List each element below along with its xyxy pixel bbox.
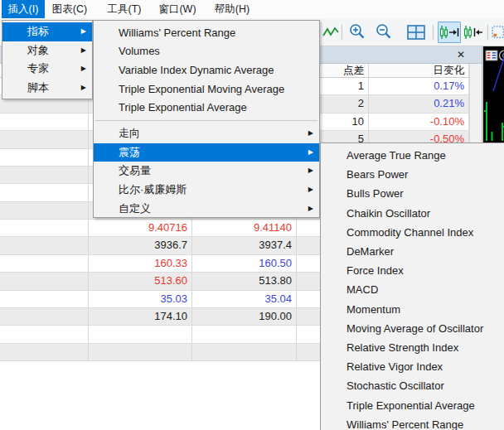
toolbar-separator <box>342 25 342 40</box>
menu-item-volumes-group[interactable]: 交易量▶ <box>94 162 319 181</box>
menubar-item-insert[interactable]: 插入(I) <box>2 0 45 18</box>
menu-item-oscillators[interactable]: 震荡▶ <box>94 143 319 162</box>
ask-cell: 9.41140 <box>192 220 297 236</box>
shift-chart-back-button[interactable] <box>462 22 485 43</box>
menu-item-momentum[interactable]: Momentum <box>321 300 504 319</box>
menu-item-custom[interactable]: 自定义▶ <box>94 199 319 218</box>
ask-cell: 35.04 <box>192 291 297 307</box>
toolbar-separator <box>433 25 434 40</box>
bid-cell: 160.33 <box>89 255 192 272</box>
close-icon[interactable]: ✕ <box>453 47 468 62</box>
menu-item-chaikin-oscillator[interactable]: Chaikin Oscillator <box>321 204 504 223</box>
menu-item-average-true-range[interactable]: Average True Range <box>321 146 504 165</box>
menu-item-volumes[interactable]: Volumes <box>94 42 319 61</box>
submenu-arrow-icon: ▶ <box>308 130 313 137</box>
zoom-in-icon[interactable] <box>346 23 368 41</box>
insert-menu: 指标▶ 对象▶ 专家▶ 脚本▶ <box>2 20 93 99</box>
menubar-item-help[interactable]: 帮助(H) <box>209 0 255 18</box>
menu-item-williams-percent-range-2[interactable]: Williams' Percent Range <box>321 415 504 430</box>
menu-item-triple-exponential-average[interactable]: Triple Exponential Average <box>321 395 504 414</box>
menu-item-stochastic-oscillator[interactable]: Stochastic Oscillator <box>321 376 504 395</box>
submenu-arrow-icon: ▶ <box>308 205 313 212</box>
ask-cell: 190.00 <box>192 308 297 325</box>
bid-cell: 35.03 <box>89 291 192 307</box>
menu-item-scripts[interactable]: 脚本▶ <box>2 79 92 98</box>
menu-item-indicators[interactable]: 指标▶ <box>2 22 92 41</box>
menu-item-trend[interactable]: 走向▶ <box>94 124 319 143</box>
menu-item-macd[interactable]: MACD <box>321 280 504 299</box>
menu-item-vida[interactable]: Variable Index Dynamic Average <box>94 60 319 80</box>
submenu-arrow-icon: ▶ <box>308 149 313 156</box>
shift-chart-to-end-button[interactable] <box>438 22 461 43</box>
submenu-arrow-icon: ▶ <box>81 85 86 91</box>
menu-item-experts[interactable]: 专家▶ <box>2 60 92 79</box>
menubar-item-tools[interactable]: 工具(T) <box>101 0 148 18</box>
menubar-item-charts[interactable]: 图表(C) <box>46 0 93 18</box>
submenu-arrow-icon: ▶ <box>81 65 86 72</box>
oscillators-submenu: Average True Range Bears Power Bulls Pow… <box>320 143 504 430</box>
menu-item-relative-strength-index[interactable]: Relative Strength Index <box>321 338 504 357</box>
menu-item-bears-power[interactable]: Bears Power <box>321 165 504 184</box>
bid-cell: 9.40716 <box>89 220 192 236</box>
menu-bar: 插入(I) 图表(C) 工具(T) 窗口(W) 帮助(H) <box>0 0 504 18</box>
tile-windows-icon[interactable] <box>405 24 427 41</box>
menu-item-relative-vigor-index[interactable]: Relative Vigor Index <box>321 357 504 376</box>
ask-cell: 160.50 <box>192 255 297 272</box>
bid-cell: 513.60 <box>89 273 192 289</box>
col-header-daily-change[interactable]: 日变化 <box>369 64 469 77</box>
menu-item-objects[interactable]: 对象▶ <box>2 41 92 60</box>
ask-cell: 3937.4 <box>192 237 297 254</box>
bid-cell: 174.10 <box>89 308 192 325</box>
menubar-item-window[interactable]: 窗口(W) <box>154 0 201 18</box>
toolbar-separator <box>487 25 488 40</box>
app-window: 插入(I) 图表(C) 工具(T) 窗口(W) 帮助(H) <box>0 0 504 430</box>
submenu-arrow-icon: ▶ <box>308 186 313 193</box>
menu-item-demarker[interactable]: DeMarker <box>321 242 504 261</box>
menu-item-williams-percent-range[interactable]: Williams' Percent Range <box>94 23 319 42</box>
line-chart-icon[interactable] <box>322 26 340 39</box>
menu-item-tea[interactable]: Triple Exponential Average <box>94 98 319 117</box>
menu-item-bill-williams[interactable]: 比尔·威廉姆斯▶ <box>94 181 319 200</box>
menu-item-tema[interactable]: Triple Exponential Moving Average <box>94 80 319 99</box>
menu-separator <box>95 120 317 121</box>
menu-item-force-index[interactable]: Force Index <box>321 261 504 280</box>
daily-change-cell: -0.10% <box>369 114 469 130</box>
daily-change-cell: 0.21% <box>369 95 469 112</box>
zoom-out-icon[interactable] <box>373 23 395 41</box>
ask-cell: 513.80 <box>192 273 297 289</box>
menu-item-commodity-channel-index[interactable]: Commodity Channel Index <box>321 223 504 242</box>
new-object-icon[interactable] <box>492 23 504 41</box>
menu-item-moving-average-of-oscillator[interactable]: Moving Average of Oscillator <box>321 319 504 338</box>
menu-item-bulls-power[interactable]: Bulls Power <box>321 184 504 203</box>
submenu-arrow-icon: ▶ <box>308 167 313 174</box>
submenu-arrow-icon: ▶ <box>81 47 86 54</box>
daily-change-cell: 0.17% <box>369 78 469 94</box>
submenu-arrow-icon: ▶ <box>81 28 86 35</box>
bid-cell: 3936.7 <box>89 237 192 254</box>
indicators-submenu: Williams' Percent Range Volumes Variable… <box>93 20 320 218</box>
